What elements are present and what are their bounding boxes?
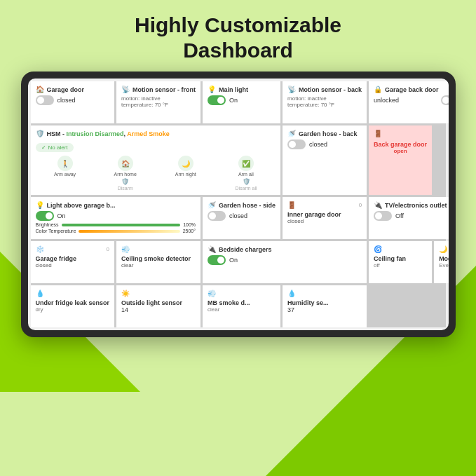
- inner-garage-icon: 🚪: [287, 201, 296, 209]
- back-garage-alert-icon: 🚪: [374, 130, 382, 137]
- fridge-count: 0: [107, 246, 109, 252]
- card-garage-door: 🏠 Garage door closed: [31, 81, 115, 123]
- garage-back-door-icon: 🔒: [374, 86, 382, 93]
- mode-value: Evening: [439, 262, 448, 268]
- disarm-btn[interactable]: 🛡️ Disarm: [96, 178, 155, 191]
- smoke-title: Ceiling smoke detector: [121, 255, 196, 262]
- motion-front-title: Motion sensor - front: [132, 86, 196, 93]
- mb-smoke-icon: 💨: [208, 290, 216, 297]
- brightness-bar: [62, 224, 181, 226]
- humidity-value: 37: [287, 306, 362, 313]
- disarm-row: 🛡️ Disarm 🛡️ Disarm all: [36, 178, 276, 191]
- smoke-status: clear: [121, 262, 196, 268]
- main-light-toggle[interactable]: [208, 95, 226, 105]
- back-garage-alert-title: Back garage door: [374, 141, 427, 148]
- brightness-row: Brightness 100%: [36, 222, 196, 227]
- disarm-empty2: [156, 178, 215, 191]
- hose-back-status: closed: [309, 141, 327, 148]
- motion-back-title: Motion sensor - back: [299, 86, 362, 93]
- page-title: Highly Customizable Dashboard: [14, 13, 462, 63]
- mb-smoke-status: clear: [208, 306, 276, 313]
- hose-side-toggle[interactable]: [208, 211, 226, 221]
- fridge-icon: ❄️: [36, 245, 44, 253]
- leak-status: dry: [36, 306, 110, 313]
- garage-back-door-toggle-row: unlocked: [374, 95, 448, 105]
- tv-outlet-toggle-row: Off: [374, 211, 448, 221]
- garage-door-toggle[interactable]: [36, 95, 54, 105]
- fan-icon: 🌀: [374, 245, 382, 253]
- arm-night-btn[interactable]: 🌙 Arm night: [156, 156, 215, 177]
- tablet-frame: 🏠 Garage door closed 📡 Motion sensor - f…: [21, 72, 456, 337]
- light-garage-status: On: [57, 212, 66, 219]
- bedside-status: On: [229, 257, 238, 264]
- tv-outlet-toggle[interactable]: [374, 211, 392, 221]
- back-garage-alert-status: open: [374, 148, 427, 154]
- hose-side-title: Garden hose - side: [219, 202, 276, 209]
- garage-back-door-title: Garage back door: [385, 86, 439, 93]
- garage-door-toggle-row: closed: [36, 95, 110, 105]
- fridge-status: closed: [36, 262, 110, 268]
- arm-away-btn[interactable]: 🚶 Arm away: [36, 156, 95, 177]
- card-garage-back-door: 🔒 Garage back door unlocked: [369, 81, 448, 123]
- disarm-all-btn[interactable]: 🛡️ Disarm all: [217, 178, 276, 191]
- card-ceiling-fan: 🌀 Ceiling fan off: [369, 241, 432, 283]
- card-tv-outlet: 🔌 TV/electronics outlet 🔒 Off: [369, 197, 448, 239]
- inner-garage-status: closed: [287, 218, 362, 224]
- mode-title: Mode: [439, 255, 448, 262]
- garage-back-door-toggle[interactable]: [441, 95, 448, 105]
- motion-front-temp: temperature: 70 °F: [121, 102, 196, 108]
- card-light-above-garage: 💡 Light above garage b... On Brightness …: [31, 197, 201, 239]
- leak-title: Under fridge leak sensor: [36, 299, 110, 306]
- card-garden-hose-side: 🚿 Garden hose - side closed: [203, 197, 280, 239]
- fan-status: off: [374, 262, 427, 268]
- home-icon: 🏠: [36, 86, 44, 93]
- arm-home-btn[interactable]: 🏠 Arm home: [96, 156, 155, 177]
- arm-buttons: 🚶 Arm away 🏠 Arm home 🌙 Arm night ✅ Arm …: [36, 156, 276, 177]
- tv-outlet-status: Off: [395, 212, 404, 219]
- disarm-empty1: [36, 178, 95, 191]
- light-garage-icon: 💡: [36, 201, 44, 209]
- card-inner-garage: 🚪 0 Inner garage door closed: [283, 197, 367, 239]
- outside-light-icon: ☀️: [121, 290, 130, 297]
- light-garage-title: Light above garage b...: [47, 202, 116, 209]
- outside-light-title: Outside light sensor: [121, 299, 196, 306]
- tv-outlet-title: TV/electronics outlet: [385, 202, 447, 209]
- bedside-toggle[interactable]: [208, 255, 226, 265]
- garage-door-title: Garage door: [47, 86, 85, 93]
- main-light-toggle-row: On: [208, 95, 276, 105]
- fridge-title: Garage fridge: [36, 255, 110, 262]
- arm-all-btn[interactable]: ✅ Arm all: [217, 156, 276, 177]
- garage-back-door-status: unlocked: [374, 97, 399, 104]
- card-humidity: 💧 Humidity se... 37: [283, 285, 367, 327]
- card-under-fridge-leak: 💧 Under fridge leak sensor dry: [31, 285, 115, 327]
- motion-back-icon: 📡: [287, 86, 296, 93]
- mode-icon: 🌙: [439, 245, 447, 253]
- dashboard: 🏠 Garage door closed 📡 Motion sensor - f…: [31, 81, 446, 327]
- leak-icon: 💧: [36, 290, 44, 297]
- inner-garage-title: Inner garage door: [287, 211, 362, 218]
- card-mode: 🌙 Mode Evening: [434, 241, 448, 283]
- light-garage-toggle-row: On: [36, 211, 196, 221]
- humidity-icon: 💧: [287, 290, 296, 297]
- bedside-icon: 🔌: [208, 245, 216, 253]
- hose-back-toggle-row: closed: [287, 140, 362, 149]
- hose-side-icon: 🚿: [208, 201, 216, 209]
- garage-door-status: closed: [57, 97, 76, 104]
- humidity-title: Humidity se...: [287, 299, 362, 306]
- hose-back-icon: 🚿: [287, 130, 296, 137]
- hose-back-toggle[interactable]: [287, 140, 306, 149]
- light-garage-toggle[interactable]: [36, 211, 54, 221]
- tv-outlet-icon: 🔌: [374, 201, 382, 209]
- hsm-title: HSM - Intrusion Disarmed, Armed Smoke: [47, 130, 170, 137]
- card-garden-hose-back: 🚿 Garden hose - back closed: [283, 125, 367, 195]
- card-bedside-chargers: 🔌 Bedside chargers On: [203, 241, 367, 283]
- mb-smoke-title: MB smoke d...: [208, 299, 276, 306]
- bedside-title: Bedside chargers: [219, 246, 272, 253]
- hose-back-title: Garden hose - back: [299, 130, 358, 137]
- motion-front-icon: 📡: [121, 86, 130, 93]
- no-alert-badge: ✓ No alert: [36, 143, 74, 152]
- main-light-title: Main light: [219, 86, 248, 93]
- card-outside-light: ☀️ Outside light sensor 14: [116, 285, 200, 327]
- hsm-icon: 🛡️: [36, 130, 44, 137]
- card-motion-back: 📡 Motion sensor - back motion: inactive …: [283, 81, 367, 123]
